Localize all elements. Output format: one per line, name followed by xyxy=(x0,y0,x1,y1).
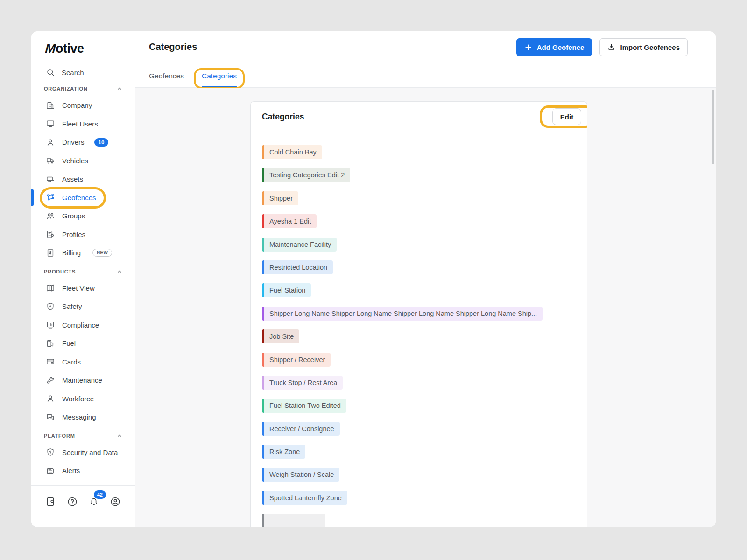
page-title: Categories xyxy=(149,42,197,52)
sidebar-item-label: Groups xyxy=(62,212,85,220)
sidebar-item-label: Maintenance xyxy=(62,376,102,384)
sidebar-section-header-products[interactable]: PRODUCTS xyxy=(31,264,135,279)
sidebar-item-label: Messaging xyxy=(62,413,96,421)
newspaper-icon xyxy=(46,466,55,476)
building-icon xyxy=(46,101,55,110)
edit-button[interactable]: Edit xyxy=(552,108,581,125)
tab-categories[interactable]: Categories xyxy=(202,72,237,87)
sidebar-item-fuel[interactable]: Fuel xyxy=(31,334,135,353)
sidebar-item-label: Security and Data xyxy=(62,448,118,456)
category-chip-partial[interactable] xyxy=(262,514,325,527)
category-chip[interactable]: Cold Chain Bay xyxy=(262,145,322,159)
sidebar-item-label: Company xyxy=(62,101,92,109)
category-chip[interactable]: Testing Categories Edit 2 xyxy=(262,168,350,182)
app-window: Motive Search ORGANIZATIONCompanyFleet U… xyxy=(31,31,716,527)
logo-rest: otive xyxy=(56,42,84,56)
sidebar-item-fleet-users[interactable]: Fleet Users xyxy=(31,115,135,133)
people-icon xyxy=(46,211,55,221)
sidebar-footer: 42 xyxy=(31,485,135,527)
sidebar-item-company[interactable]: Company xyxy=(31,96,135,115)
page-header: Categories Add Geofence Import Geofences… xyxy=(135,31,716,88)
sidebar-item-label: Profiles xyxy=(62,231,85,238)
category-list: Cold Chain BayTesting Categories Edit 2S… xyxy=(251,132,587,527)
category-chip[interactable]: Receiver / Consignee xyxy=(262,422,340,436)
import-icon xyxy=(607,43,615,51)
section-label: PRODUCTS xyxy=(44,269,76,274)
add-geofence-label: Add Geofence xyxy=(537,43,585,51)
category-chip[interactable]: Fuel Station Two Edited xyxy=(262,399,346,413)
scrollbar-thumb[interactable] xyxy=(712,90,714,164)
sidebar-item-label: Safety xyxy=(62,302,82,310)
notification-count-badge: 42 xyxy=(94,490,106,499)
help-icon[interactable] xyxy=(67,496,78,507)
sidebar-item-label: Fuel xyxy=(62,339,76,347)
category-chip[interactable]: Truck Stop / Rest Area xyxy=(262,376,343,390)
category-chip[interactable]: Shipper Long Name Shipper Long Name Ship… xyxy=(262,307,543,321)
sidebar-item-label: Compliance xyxy=(62,321,99,329)
chevron-up-icon xyxy=(116,268,123,275)
credit-card-icon xyxy=(46,357,55,366)
card-header: Categories Edit xyxy=(251,102,587,132)
import-geofences-label: Import Geofences xyxy=(620,43,680,51)
tab-label: Geofences xyxy=(149,72,184,80)
active-tab-underline xyxy=(202,86,237,87)
section-label: ORGANIZATION xyxy=(44,86,88,91)
tab-geofences[interactable]: Geofences xyxy=(149,72,184,87)
sidebar-item-assets[interactable]: Assets xyxy=(31,170,135,189)
sidebar-item-label: Workforce xyxy=(62,395,94,403)
profile-doc-icon xyxy=(46,230,55,239)
category-chip[interactable]: Job Site xyxy=(262,329,299,343)
import-geofences-button[interactable]: Import Geofences xyxy=(599,38,688,56)
category-chip[interactable]: Maintenance Facility xyxy=(262,238,337,252)
sidebar-item-label: Billing xyxy=(62,249,81,257)
logbook-icon[interactable] xyxy=(45,496,56,507)
sidebar-item-security-and-data[interactable]: Security and Data xyxy=(31,443,135,462)
sidebar-item-label: Fleet Users xyxy=(62,120,98,128)
category-chip[interactable]: Fuel Station xyxy=(262,283,311,297)
sidebar-item-maintenance[interactable]: Maintenance xyxy=(31,371,135,390)
search-label: Search xyxy=(62,69,84,77)
category-chip[interactable]: Risk Zone xyxy=(262,445,305,459)
sidebar-item-billing[interactable]: BillingNEW xyxy=(31,244,135,262)
category-chip[interactable]: Weigh Station / Scale xyxy=(262,468,339,482)
sidebar: Motive Search ORGANIZATIONCompanyFleet U… xyxy=(31,31,135,527)
category-chip[interactable]: Restricted Location xyxy=(262,260,333,274)
new-tag-badge: NEW xyxy=(92,249,112,257)
sidebar-item-cards[interactable]: Cards xyxy=(31,353,135,371)
fuel-pump-icon xyxy=(46,339,55,348)
sidebar-item-geofences[interactable]: Geofences xyxy=(31,189,135,207)
sidebar-section-header-platform[interactable]: PLATFORM xyxy=(31,428,135,443)
billing-doc-icon xyxy=(46,248,55,258)
sidebar-item-alerts[interactable]: Alerts xyxy=(31,462,135,480)
sidebar-item-profiles[interactable]: Profiles xyxy=(31,225,135,244)
chevron-up-icon xyxy=(116,85,123,92)
sidebar-item-messaging[interactable]: Messaging xyxy=(31,408,135,427)
add-geofence-button[interactable]: Add Geofence xyxy=(516,38,592,56)
category-chip[interactable]: Shipper xyxy=(262,191,298,205)
sidebar-item-vehicles[interactable]: Vehicles xyxy=(31,152,135,170)
main-area: Categories Add Geofence Import Geofences… xyxy=(135,31,716,527)
sidebar-section-header-organization[interactable]: ORGANIZATION xyxy=(31,81,135,96)
shield-lock-icon xyxy=(46,448,55,457)
motive-logo: Motive xyxy=(45,42,135,56)
sidebar-item-safety[interactable]: Safety xyxy=(31,297,135,316)
sidebar-item-compliance[interactable]: Compliance xyxy=(31,316,135,335)
compliance-icon xyxy=(46,320,55,329)
chevron-up-icon xyxy=(116,432,123,440)
category-chip[interactable]: Shipper / Receiver xyxy=(262,353,331,367)
sidebar-item-drivers[interactable]: Drivers10 xyxy=(31,133,135,152)
sidebar-item-workforce[interactable]: Workforce xyxy=(31,390,135,408)
active-indicator-bar xyxy=(31,189,34,207)
section-label: PLATFORM xyxy=(44,433,75,439)
sidebar-item-groups[interactable]: Groups xyxy=(31,207,135,225)
map-icon xyxy=(46,283,55,293)
truck-icon xyxy=(46,156,55,165)
bell-icon[interactable]: 42 xyxy=(88,496,99,507)
account-icon[interactable] xyxy=(110,496,121,507)
category-chip[interactable]: Spotted Lanternfly Zone xyxy=(262,491,347,505)
sidebar-item-fleet-view[interactable]: Fleet View xyxy=(31,279,135,298)
sidebar-item-label: Vehicles xyxy=(62,157,88,165)
sidebar-search[interactable]: Search xyxy=(31,65,135,79)
category-chip[interactable]: Ayesha 1 Edit xyxy=(262,214,317,228)
sidebar-nav: ORGANIZATIONCompanyFleet UsersDrivers10V… xyxy=(31,79,135,485)
